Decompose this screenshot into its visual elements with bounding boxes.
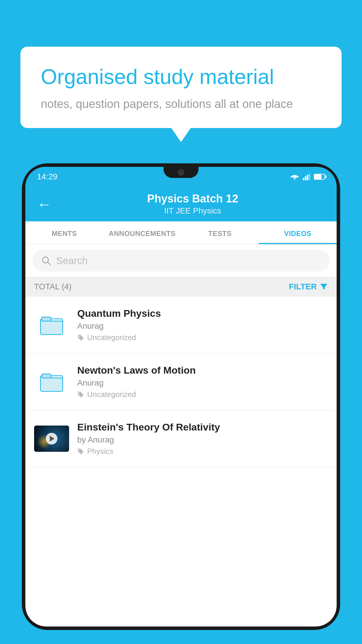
svg-rect-8 — [42, 317, 51, 321]
tag-text: Uncategorized — [87, 390, 136, 399]
speech-bubble-subtitle: notes, question papers, solutions all at… — [41, 97, 321, 111]
video-author: Anurag — [77, 378, 328, 388]
video-author: Anurag — [77, 321, 328, 331]
tab-announcements[interactable]: ANNOUNCEMENTS — [103, 221, 181, 244]
camera — [178, 169, 184, 176]
video-info: Newton's Laws of Motion Anurag Uncategor… — [77, 365, 328, 399]
status-bar: 14:29 — [25, 167, 337, 187]
list-item[interactable]: Quantum Physics Anurag Uncategorized — [25, 297, 337, 354]
folder-icon — [40, 313, 63, 337]
app-header: ← Physics Batch 12 IIT JEE Physics — [25, 187, 337, 221]
filter-button[interactable]: FILTER — [289, 282, 328, 291]
list-item[interactable]: Einstein's Theory Of Relativity by Anura… — [25, 410, 337, 467]
phone-screen: ← Physics Batch 12 IIT JEE Physics MENTS… — [25, 187, 337, 626]
back-button[interactable]: ← — [37, 197, 52, 211]
video-title: Quantum Physics — [77, 308, 328, 319]
video-info: Einstein's Theory Of Relativity by Anura… — [77, 421, 328, 456]
folder-icon-wrap — [34, 370, 69, 393]
video-title: Newton's Laws of Motion — [77, 365, 328, 376]
svg-line-6 — [48, 262, 50, 265]
status-icons — [290, 173, 325, 180]
video-thumbnail — [34, 426, 69, 452]
video-tag: Physics — [77, 447, 328, 456]
tab-tests[interactable]: TESTS — [181, 221, 259, 244]
tag-icon — [77, 334, 84, 341]
svg-point-0 — [294, 179, 295, 180]
svg-rect-3 — [307, 175, 308, 180]
play-button-overlay[interactable] — [46, 433, 57, 444]
svg-rect-1 — [303, 178, 304, 180]
video-tag: Uncategorized — [77, 390, 328, 399]
total-count: TOTAL (4) — [34, 282, 72, 291]
video-title: Einstein's Theory Of Relativity — [77, 421, 328, 433]
tag-icon — [77, 391, 84, 398]
header-title-block: Physics Batch 12 IIT JEE Physics — [60, 192, 325, 216]
tab-videos[interactable]: VIDEOS — [259, 221, 337, 244]
tab-ments[interactable]: MENTS — [25, 221, 103, 244]
video-tag: Uncategorized — [77, 333, 328, 342]
battery-icon — [314, 174, 325, 180]
batch-subtitle: IIT JEE Physics — [60, 206, 325, 216]
wifi-icon — [290, 173, 299, 180]
folder-icon-wrap — [34, 313, 69, 337]
signal-icon — [303, 173, 310, 180]
phone-wrapper: 14:29 — [22, 163, 340, 644]
folder-icon — [40, 370, 63, 393]
tabs-bar: MENTS ANNOUNCEMENTS TESTS VIDEOS — [25, 221, 337, 244]
thumbnail-bg — [34, 426, 69, 452]
tag-text: Physics — [87, 447, 113, 456]
filter-funnel-icon — [320, 283, 328, 291]
video-author: by Anurag — [77, 435, 328, 444]
filter-bar: TOTAL (4) FILTER — [25, 277, 337, 297]
svg-rect-10 — [42, 374, 51, 378]
search-placeholder-text: Search — [56, 255, 88, 266]
search-container: Search — [25, 244, 337, 277]
search-icon — [41, 256, 52, 266]
play-triangle-icon — [50, 436, 55, 442]
tag-text: Uncategorized — [87, 333, 136, 342]
speech-bubble: Organised study material notes, question… — [20, 47, 342, 128]
video-info: Quantum Physics Anurag Uncategorized — [77, 308, 328, 342]
filter-label: FILTER — [289, 282, 317, 291]
speech-bubble-title: Organised study material — [41, 64, 321, 89]
phone-outer: 14:29 — [22, 163, 340, 630]
list-item[interactable]: Newton's Laws of Motion Anurag Uncategor… — [25, 354, 337, 410]
notch — [164, 167, 198, 178]
tag-icon — [77, 448, 84, 455]
svg-rect-4 — [309, 173, 310, 180]
svg-rect-2 — [305, 176, 306, 180]
status-time: 14:29 — [37, 172, 57, 181]
batch-title: Physics Batch 12 — [60, 192, 325, 205]
search-bar[interactable]: Search — [32, 250, 330, 272]
video-list: Quantum Physics Anurag Uncategorized — [25, 297, 337, 467]
